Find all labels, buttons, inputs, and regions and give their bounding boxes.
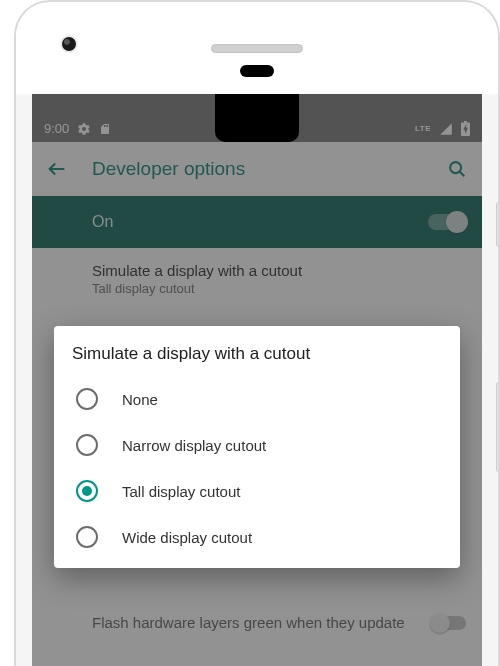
radio-option-wide[interactable]: Wide display cutout (72, 514, 442, 560)
radio-label: None (122, 391, 158, 408)
radio-icon (76, 388, 98, 410)
screen: 9:00 LTE Develo (32, 94, 482, 666)
radio-label: Tall display cutout (122, 483, 240, 500)
radio-option-narrow[interactable]: Narrow display cutout (72, 422, 442, 468)
radio-label: Wide display cutout (122, 529, 252, 546)
radio-label: Narrow display cutout (122, 437, 266, 454)
dialog-simulate-cutout: Simulate a display with a cutout None Na… (54, 326, 460, 568)
radio-icon (76, 434, 98, 456)
radio-icon (76, 526, 98, 548)
device-side-button (496, 202, 500, 247)
device-side-button (496, 382, 500, 472)
front-camera-icon (60, 35, 78, 53)
earpiece-speaker-icon (211, 44, 303, 53)
radio-icon (76, 480, 98, 502)
sensor-pill-icon (240, 65, 274, 77)
device-bezel (16, 2, 498, 94)
display-cutout-overlay (215, 94, 299, 142)
radio-option-tall[interactable]: Tall display cutout (72, 468, 442, 514)
dialog-title: Simulate a display with a cutout (72, 344, 442, 364)
radio-option-none[interactable]: None (72, 376, 442, 422)
device-frame: 9:00 LTE Develo (14, 0, 500, 666)
